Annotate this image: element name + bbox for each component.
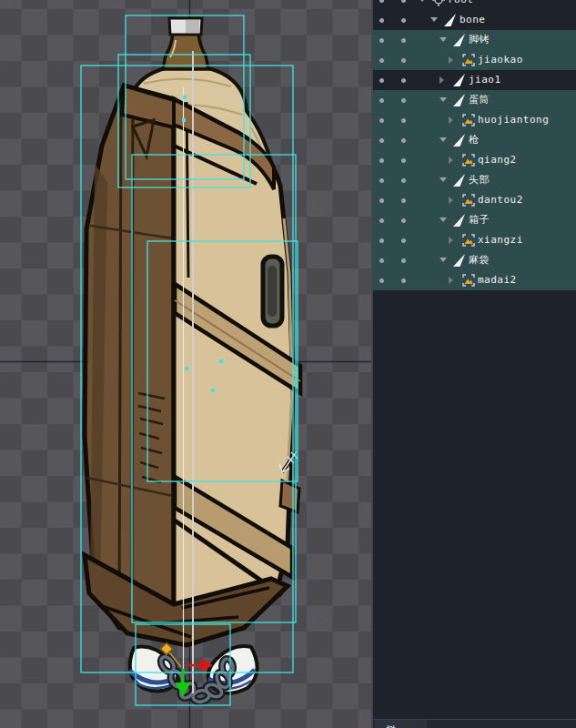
selection-dot[interactable]: [401, 18, 406, 23]
tree-row-root[interactable]: root: [373, 0, 576, 10]
viewport-canvas[interactable]: [0, 0, 371, 728]
tree-row-label: dantou2: [478, 190, 523, 210]
tree-row-label: 头部: [469, 170, 490, 190]
tree-row-label: 箱子: [469, 210, 490, 230]
chevron-right-icon[interactable]: [449, 157, 453, 164]
tree-row-箱子[interactable]: 箱子: [373, 210, 576, 230]
chevron-down-icon[interactable]: [440, 137, 447, 142]
visibility-dot[interactable]: [379, 0, 384, 3]
vertex-handle[interactable]: [183, 96, 187, 99]
tree-row-label: 枪: [469, 130, 480, 150]
selection-dot[interactable]: [401, 138, 406, 143]
panel-bottom-strip: 树: [373, 719, 576, 728]
tree-row-麻袋[interactable]: 麻袋: [373, 250, 576, 270]
visibility-dot[interactable]: [379, 158, 384, 163]
visibility-dot[interactable]: [379, 58, 384, 63]
tree-row-头部[interactable]: 头部: [373, 170, 576, 190]
tree-row-jiaokao[interactable]: jiaokao: [373, 50, 576, 70]
chevron-down-icon[interactable]: [440, 258, 447, 262]
tree-row-dantou2[interactable]: dantou2: [373, 190, 576, 210]
tree-row-label: 脚铐: [469, 30, 490, 50]
visibility-dot[interactable]: [379, 218, 384, 223]
tree-row-蛋筒[interactable]: 蛋筒: [373, 90, 576, 110]
vertex-handle[interactable]: [211, 389, 215, 392]
visibility-dot[interactable]: [379, 198, 384, 203]
visibility-dot[interactable]: [379, 238, 384, 243]
tree-tab[interactable]: 树: [375, 720, 427, 728]
selection-dot[interactable]: [401, 278, 406, 283]
tree-row-label: jiaokao: [478, 50, 523, 70]
visibility-dot[interactable]: [379, 38, 384, 43]
selection-dot[interactable]: [401, 158, 406, 163]
visibility-dot[interactable]: [379, 118, 384, 123]
tree-row-枪[interactable]: 枪: [373, 130, 576, 150]
spine-editor-window: rootbone脚铐jiaokaojiao1蛋筒huojiantong枪qian…: [0, 0, 576, 728]
visibility-dot[interactable]: [379, 278, 384, 283]
selection-dot[interactable]: [401, 98, 406, 103]
selection-dot[interactable]: [401, 238, 406, 243]
chevron-right-icon[interactable]: [449, 116, 453, 124]
visibility-dot[interactable]: [379, 18, 384, 23]
selection-dot[interactable]: [401, 198, 406, 203]
tree-row-jiao1[interactable]: jiao1: [373, 70, 576, 90]
chevron-right-icon[interactable]: [449, 197, 453, 204]
chevron-down-icon[interactable]: [440, 37, 447, 42]
vertex-handle[interactable]: [182, 118, 186, 122]
tree-row-label: bone: [460, 10, 486, 30]
selection-dot[interactable]: [401, 78, 406, 83]
tree-row-label: qiang2: [478, 150, 517, 170]
tree-row-label: huojiantong: [478, 110, 549, 130]
visibility-dot[interactable]: [379, 258, 384, 263]
tree-list: rootbone脚铐jiaokaojiao1蛋筒huojiantong枪qian…: [373, 0, 576, 290]
chevron-right-icon[interactable]: [449, 237, 453, 244]
selection-dot[interactable]: [401, 218, 406, 223]
tree-row-label: 麻袋: [469, 250, 490, 270]
tree-row-bone[interactable]: bone: [373, 10, 576, 30]
tree-row-huojiantong[interactable]: huojiantong: [373, 110, 576, 130]
visibility-dot[interactable]: [379, 178, 384, 183]
tree-row-label: xiangzi: [478, 230, 523, 250]
chevron-right-icon[interactable]: [440, 76, 444, 84]
chevron-down-icon[interactable]: [430, 17, 438, 22]
selection-dot[interactable]: [401, 38, 406, 43]
chevron-down-icon[interactable]: [440, 217, 447, 222]
visibility-dot[interactable]: [379, 78, 384, 83]
chevron-right-icon[interactable]: [449, 277, 453, 284]
tree-row-madai2[interactable]: madai2: [373, 270, 576, 290]
chevron-down-icon[interactable]: [419, 0, 426, 2]
visibility-dot[interactable]: [379, 138, 384, 143]
tree-row-label: root: [448, 0, 474, 10]
tree-row-label: jiao1: [469, 70, 501, 90]
chevron-down-icon[interactable]: [440, 177, 447, 182]
selection-dot[interactable]: [401, 0, 406, 3]
vertex-handle[interactable]: [185, 367, 188, 370]
tree-row-脚铐[interactable]: 脚铐: [373, 30, 576, 50]
chevron-right-icon[interactable]: [449, 56, 453, 64]
selection-dot[interactable]: [401, 178, 406, 183]
tree-row-label: 蛋筒: [469, 90, 490, 110]
tree-row-label: madai2: [478, 270, 517, 290]
selection-dot[interactable]: [401, 258, 406, 263]
chevron-down-icon[interactable]: [440, 97, 447, 102]
tree-row-qiang2[interactable]: qiang2: [373, 150, 576, 170]
tree-row-xiangzi[interactable]: xiangzi: [373, 230, 576, 250]
selection-dot[interactable]: [401, 58, 406, 63]
bottle-sprite[interactable]: [163, 18, 208, 69]
selection-dot[interactable]: [401, 118, 406, 123]
vertex-handle[interactable]: [219, 359, 223, 363]
tree-tab-label: 树: [386, 723, 427, 728]
tree-panel: rootbone脚铐jiaokaojiao1蛋筒huojiantong枪qian…: [371, 0, 576, 728]
visibility-dot[interactable]: [379, 98, 384, 103]
